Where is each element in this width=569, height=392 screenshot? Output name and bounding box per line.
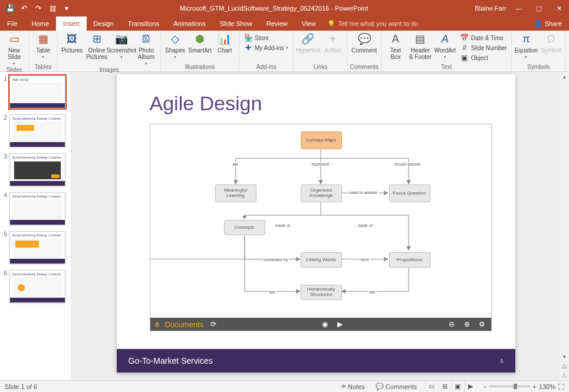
share-button[interactable]: 👤 Share xyxy=(527,17,569,31)
tab-animations[interactable]: Animations xyxy=(166,17,212,31)
lucid-share-icon[interactable]: ⋔ xyxy=(154,320,160,329)
store-icon: 🏪 xyxy=(244,34,252,42)
tab-slideshow[interactable]: Slide Show xyxy=(213,17,259,31)
edge-label-made-of-2: made of xyxy=(357,223,374,228)
slide-number-button[interactable]: #Slide Number xyxy=(458,43,509,52)
node-linking-words[interactable]: Linking Words xyxy=(301,252,342,268)
photo-album-button[interactable]: 🖻Photo Album▾ xyxy=(134,32,158,66)
redo-button[interactable]: ↷ xyxy=(32,2,45,15)
tab-design[interactable]: Design xyxy=(87,17,121,31)
table-button[interactable]: ▦Table▾ xyxy=(31,32,55,60)
svg-marker-9 xyxy=(384,190,388,195)
lucidchart-diagram[interactable]: Concept Maps Meaningful Learning Organiz… xyxy=(150,124,492,331)
fit-to-window-button[interactable]: ⛶ xyxy=(558,383,564,390)
slide-canvas-area[interactable]: Agile Design xyxy=(72,72,560,380)
normal-view-button[interactable]: ▭ xyxy=(425,381,438,392)
sorter-view-button[interactable]: ⊞ xyxy=(438,381,451,392)
thumbnail-4[interactable]: 4 Social Advertising Strategy | Creative xyxy=(2,192,69,225)
node-concepts[interactable]: Concepts xyxy=(224,220,265,235)
store-button[interactable]: 🏪Store xyxy=(242,33,291,42)
notes-button[interactable]: ≐Notes xyxy=(338,383,367,390)
lucid-refresh-button[interactable]: ⟳ xyxy=(208,320,219,328)
user-name[interactable]: Blaine Farr xyxy=(475,5,509,12)
tell-me-search[interactable]: 💡 Tell me what you want to do xyxy=(327,17,418,31)
slide-thumbnails-panel[interactable]: 1 Agile Design 2 Social Advertising Stra… xyxy=(0,72,72,380)
minimize-button[interactable]: — xyxy=(509,0,529,17)
slide[interactable]: Agile Design xyxy=(117,74,515,373)
comments-button[interactable]: 💬Comments xyxy=(373,383,419,390)
svg-marker-18 xyxy=(384,257,388,262)
lucid-next-button[interactable]: ▶ xyxy=(335,320,346,328)
lucidchart-toolbar: ⋔ Documents ⟳ ◉ ▶ ⊖ ⊕ ⚙ xyxy=(150,318,491,331)
lucid-zoom-in-button[interactable]: ⊕ xyxy=(462,320,472,328)
object-button[interactable]: ▣Object xyxy=(458,53,509,62)
textbox-button[interactable]: AText Box xyxy=(384,32,407,60)
online-pictures-button[interactable]: ⊞Online Pictures xyxy=(85,32,108,60)
svg-marker-5 xyxy=(318,180,323,184)
zoom-in-button[interactable]: + xyxy=(532,383,536,390)
tab-view[interactable]: View xyxy=(295,17,323,31)
lucid-documents-label[interactable]: Documents xyxy=(165,320,204,329)
node-focus-question[interactable]: Focus Question xyxy=(389,185,430,202)
next-slide-button[interactable]: ⧊ xyxy=(560,371,569,380)
scroll-down-button[interactable]: ▾ xyxy=(560,352,569,361)
close-button[interactable]: ✕ xyxy=(549,0,569,17)
zoom-out-button[interactable]: − xyxy=(483,383,486,390)
tab-file[interactable]: File xyxy=(0,17,25,31)
edge-label-form: form xyxy=(360,258,370,262)
hash-icon: # xyxy=(461,44,469,52)
new-slide-button[interactable]: ▭New Slide▾ xyxy=(2,32,26,66)
thumbnail-1[interactable]: 1 Agile Design xyxy=(2,75,69,108)
wordart-button[interactable]: AWordArt▾ xyxy=(433,32,457,60)
vertical-scrollbar[interactable]: ▴ ▾ ⧋ ⧊ xyxy=(560,72,569,380)
scroll-up-button[interactable]: ▴ xyxy=(560,72,569,81)
thumbnail-2[interactable]: 2 Social Advertising Strategy | Creative xyxy=(2,114,69,147)
title-bar: 💾 ↶ ↷ ▥ ▾ Microsoft_GTM_LucidSoftware_St… xyxy=(0,0,569,17)
action-button[interactable]: ✦Action xyxy=(321,32,344,54)
pictures-button[interactable]: 🖼Pictures xyxy=(60,32,84,54)
hyperlink-button[interactable]: 🔗Hyperlink xyxy=(296,32,320,54)
header-footer-button[interactable]: ▤Header & Footer xyxy=(409,32,432,60)
footer-slide-number: 1 xyxy=(500,358,503,364)
thumbnail-3[interactable]: 3 Social Advertising Strategy | Creative xyxy=(2,153,69,186)
lucid-zoom-out-button[interactable]: ⊖ xyxy=(446,320,457,328)
node-meaningful-learning[interactable]: Meaningful Learning xyxy=(215,185,256,202)
my-addins-button[interactable]: ✚My Add-ins ▾ xyxy=(242,43,291,52)
smartart-button[interactable]: ⬢SmartArt xyxy=(188,32,212,54)
tab-transitions[interactable]: Transitions xyxy=(121,17,166,31)
screenshot-button[interactable]: 📷Screenshot▾ xyxy=(110,32,133,60)
node-concept-maps[interactable]: Concept Maps xyxy=(301,131,342,149)
qat-customize-button[interactable]: ▾ xyxy=(60,2,73,15)
lucid-settings-button[interactable]: ⚙ xyxy=(477,320,488,328)
equation-button[interactable]: πEquation▾ xyxy=(514,32,538,60)
zoom-slider[interactable] xyxy=(489,386,530,387)
node-hierarchically-structured[interactable]: Hierarchically Structured xyxy=(301,285,342,300)
tab-home[interactable]: Home xyxy=(25,17,56,31)
maximize-button[interactable]: ▢ xyxy=(529,0,549,17)
thumbnail-5[interactable]: 5 Social Advertising Strategy | Creative xyxy=(2,231,69,264)
slide-title[interactable]: Agile Design xyxy=(150,92,262,115)
node-organized-knowledge[interactable]: Organized Knowledge xyxy=(301,185,342,202)
symbol-button[interactable]: ΩSymbol xyxy=(539,32,563,54)
undo-button[interactable]: ↶ xyxy=(18,2,31,15)
prev-slide-button[interactable]: ⧋ xyxy=(560,361,569,371)
start-from-beginning-button[interactable]: ▥ xyxy=(46,2,59,15)
comment-button[interactable]: 💬Comment xyxy=(353,32,376,54)
scroll-track[interactable] xyxy=(560,81,569,352)
edge-label-are-2: are xyxy=(369,290,377,294)
shapes-button[interactable]: ◇Shapes▾ xyxy=(163,32,187,60)
chart-button[interactable]: 📊Chart xyxy=(213,32,236,54)
node-propositions[interactable]: Propositions xyxy=(389,252,430,268)
tab-insert[interactable]: Insert xyxy=(56,17,87,31)
zoom-level[interactable]: 130% xyxy=(539,383,555,390)
tab-review[interactable]: Review xyxy=(259,17,295,31)
slideshow-view-button[interactable]: ▶ xyxy=(464,381,477,392)
group-links: 🔗Hyperlink ✦Action Links xyxy=(294,31,347,71)
addins-icon: ✚ xyxy=(244,44,252,52)
footer-title: Go-To-Market Services xyxy=(129,356,213,365)
date-time-button[interactable]: 📅Date & Time xyxy=(458,33,509,42)
reading-view-button[interactable]: ▣ xyxy=(451,381,464,392)
save-button[interactable]: 💾 xyxy=(4,2,17,15)
thumbnail-6[interactable]: 6 Social Advertising Strategy | Creative xyxy=(2,270,69,303)
lucid-prev-button[interactable]: ◉ xyxy=(320,320,330,328)
